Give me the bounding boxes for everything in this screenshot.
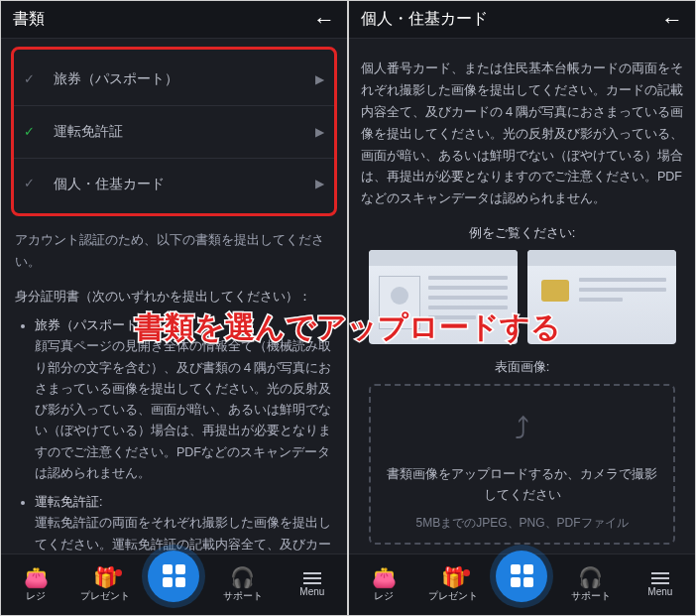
chip-icon xyxy=(541,280,569,302)
card-back-example xyxy=(527,250,676,344)
gift-icon: 🎁 xyxy=(93,567,118,587)
check-icon: ✓ xyxy=(24,68,42,90)
hamburger-icon xyxy=(303,572,321,584)
hamburger-icon xyxy=(651,572,669,584)
notification-dot-icon xyxy=(115,569,122,576)
document-type-list: ✓ 旅券（パスポート） ▶ ✓ 運転免許証 ▶ ✓ 個人・住基カード ▶ xyxy=(11,47,337,216)
headset-icon: 🎧 xyxy=(578,567,603,587)
grid-icon xyxy=(511,564,533,587)
notification-dot-icon xyxy=(463,569,470,576)
wallet-icon: 👛 xyxy=(372,567,397,587)
check-icon: ✓ xyxy=(24,121,42,143)
wallet-icon: 👛 xyxy=(24,567,49,587)
topbar: 書類 ← xyxy=(1,1,347,39)
check-icon: ✓ xyxy=(24,173,42,194)
dropzone-subtext: 5MBまでのJPEG、PNG、PDFファイル xyxy=(385,514,659,533)
nav-support[interactable]: 🎧 サポート xyxy=(564,567,618,603)
doc-item-passport[interactable]: ✓ 旅券（パスポート） ▶ xyxy=(14,54,334,106)
upload-dropzone[interactable]: ⤴ 書類画像をアップロードするか、カメラで撮影してください 5MBまでのJPEG… xyxy=(369,384,675,545)
nav-label: プレゼント xyxy=(80,589,130,603)
doc-label: 旅券（パスポート） xyxy=(54,67,315,91)
nav-label: Menu xyxy=(647,586,672,597)
doc-label: 個人・住基カード xyxy=(54,173,315,196)
grid-icon xyxy=(163,564,185,587)
nav-home-button[interactable] xyxy=(496,551,547,602)
list-item-title: 運転免許証: xyxy=(35,495,102,509)
nav-menu[interactable]: Menu xyxy=(286,572,339,597)
nav-label: サポート xyxy=(223,589,263,603)
list-item-body: 顔写真ページの見開き全体の情報全て（機械読み取り部分の文字を含む）、及び書類の４… xyxy=(35,339,331,480)
nav-cashier[interactable]: 👛 レジ xyxy=(9,567,62,603)
dropzone-text: 書類画像をアップロードするか、カメラで撮影してください xyxy=(385,464,659,506)
instruction-text: 個人番号カード、または住民基本台帳カードの両面をそれぞれ撮影した画像を提出してく… xyxy=(359,47,685,214)
photo-placeholder-icon xyxy=(379,276,420,329)
nav-label: レジ xyxy=(374,589,394,603)
chevron-right-icon: ▶ xyxy=(315,174,324,193)
chevron-right-icon: ▶ xyxy=(315,122,324,142)
upload-section-label: 表面画像: xyxy=(359,356,685,378)
chevron-right-icon: ▶ xyxy=(315,69,324,89)
doc-item-license[interactable]: ✓ 運転免許証 ▶ xyxy=(14,106,334,159)
nav-label: プレゼント xyxy=(428,589,478,603)
back-icon[interactable]: ← xyxy=(313,7,335,33)
doc-item-mynumber[interactable]: ✓ 個人・住基カード ▶ xyxy=(14,159,334,210)
bottom-nav: 👛 レジ 🎁 プレゼント 🎧 サポート Menu xyxy=(349,554,695,615)
nav-present[interactable]: 🎁 プレゼント xyxy=(78,567,132,603)
left-phone: 書類 ← ✓ 旅券（パスポート） ▶ ✓ 運転免許証 ▶ ✓ 個人・住基カード … xyxy=(1,1,347,615)
nav-support[interactable]: 🎧 サポート xyxy=(216,567,270,603)
nav-label: サポート xyxy=(571,589,611,603)
nav-present[interactable]: 🎁 プレゼント xyxy=(426,567,480,603)
nav-home-button[interactable] xyxy=(148,551,199,602)
card-front-example xyxy=(369,250,518,344)
page-title: 個人・住基カード xyxy=(361,9,488,30)
topbar: 個人・住基カード ← xyxy=(349,1,695,39)
content-area: ✓ 旅券（パスポート） ▶ ✓ 運転免許証 ▶ ✓ 個人・住基カード ▶ アカウ… xyxy=(1,39,347,615)
nav-label: Menu xyxy=(299,586,324,597)
back-icon[interactable]: ← xyxy=(661,7,683,33)
id-heading: 身分証明書（次のいずれかを提出してください）： xyxy=(15,287,333,308)
page-title: 書類 xyxy=(13,9,45,30)
content-area: 個人番号カード、または住民基本台帳カードの両面をそれぞれ撮影した画像を提出してく… xyxy=(349,39,695,615)
nav-label: レジ xyxy=(26,589,46,603)
intro-text: アカウント認証のため、以下の書類を提出してください。 xyxy=(15,230,333,273)
nav-cashier[interactable]: 👛 レジ xyxy=(357,567,410,603)
list-item: 旅券（パスポート） 顔写真ページの見開き全体の情報全て（機械読み取り部分の文字を… xyxy=(35,315,337,484)
bottom-nav: 👛 レジ 🎁 プレゼント 🎧 サポート Menu xyxy=(1,554,347,615)
example-label: 例をご覧ください: xyxy=(359,222,685,244)
gift-icon: 🎁 xyxy=(441,567,466,587)
headset-icon: 🎧 xyxy=(230,567,255,587)
list-item-title: 旅券（パスポート） xyxy=(35,318,151,332)
nav-menu[interactable]: Menu xyxy=(634,572,687,597)
doc-label: 運転免許証 xyxy=(54,120,315,144)
upload-icon: ⤴ xyxy=(385,404,659,454)
example-cards xyxy=(359,250,685,344)
right-phone: 個人・住基カード ← 個人番号カード、または住民基本台帳カードの両面をそれぞれ撮… xyxy=(349,1,695,615)
